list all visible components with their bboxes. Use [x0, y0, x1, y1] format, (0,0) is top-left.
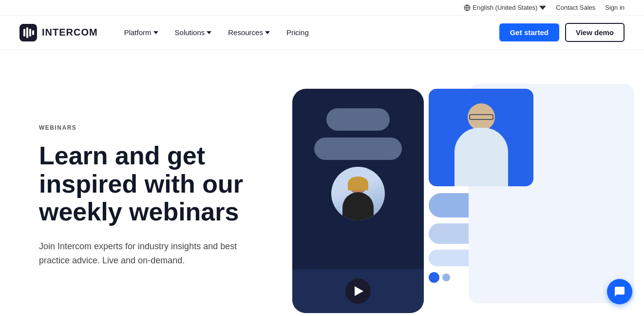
chevron-solutions-icon [207, 30, 211, 35]
globe-icon [464, 4, 471, 11]
logo-text: INTERCOM [42, 27, 98, 38]
nav-resources[interactable]: Resources [221, 24, 277, 40]
man-silhouette [447, 103, 515, 186]
hero-illustration [292, 79, 625, 313]
man-avatar-box [429, 89, 533, 186]
dot-dark [429, 272, 439, 283]
nav-solutions[interactable]: Solutions [168, 24, 219, 40]
chat-bubble-2 [314, 138, 402, 160]
hero-title: Learn and get inspired with our weekly w… [39, 142, 273, 226]
nav-links: Platform Solutions Resources Pricing [117, 24, 499, 40]
chat-bubble-1 [326, 108, 390, 131]
view-demo-button[interactable]: View demo [565, 23, 625, 42]
utility-bar: English (United States) Contact Sales Si… [0, 0, 644, 16]
chat-widget-icon [614, 286, 625, 297]
navbar: INTERCOM Platform Solutions Resources Pr… [0, 16, 644, 50]
lang-label: English (United States) [473, 4, 537, 11]
phone-mockup [292, 89, 424, 313]
hero-section: WEBINARS Learn and get inspired with our… [0, 50, 644, 313]
hero-tag: WEBINARS [39, 124, 273, 131]
man-avatar-inner [429, 89, 533, 186]
glasses [469, 114, 493, 120]
chat-widget-button[interactable] [607, 279, 632, 304]
dot-light [442, 274, 450, 281]
right-top [429, 89, 533, 186]
nav-cta: Get started View demo [499, 23, 625, 42]
svg-rect-4 [26, 27, 28, 38]
chevron-resources-icon [265, 30, 270, 35]
play-button[interactable] [345, 278, 371, 304]
hero-text: WEBINARS Learn and get inspired with our… [39, 124, 292, 267]
woman-avatar [331, 167, 385, 220]
nav-platform[interactable]: Platform [117, 24, 165, 40]
svg-rect-5 [29, 29, 31, 37]
logo-icon [19, 24, 37, 41]
get-started-button[interactable]: Get started [499, 23, 559, 41]
play-triangle-icon [355, 286, 363, 296]
hero-description: Join Intercom experts for industry insig… [39, 239, 244, 268]
hair [348, 177, 368, 190]
logo[interactable]: INTERCOM [19, 24, 98, 41]
sign-in-link[interactable]: Sign in [605, 4, 625, 11]
chevron-down-icon [539, 4, 546, 11]
svg-rect-3 [23, 29, 25, 37]
svg-rect-6 [32, 30, 34, 35]
contact-sales-link[interactable]: Contact Sales [556, 4, 595, 11]
chevron-platform-icon [153, 30, 158, 35]
play-area[interactable] [292, 269, 424, 313]
nav-pricing[interactable]: Pricing [280, 24, 316, 40]
woman-silhouette [339, 177, 378, 220]
language-selector[interactable]: English (United States) [464, 4, 546, 11]
